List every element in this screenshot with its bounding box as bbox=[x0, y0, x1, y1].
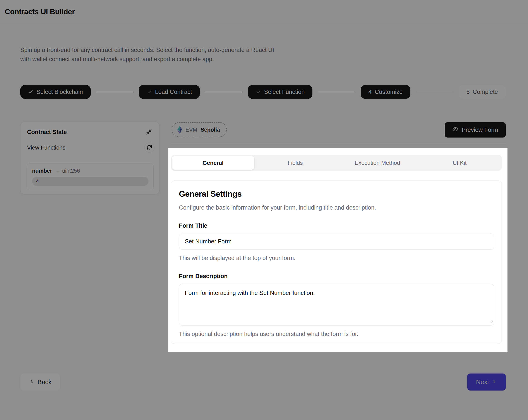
general-settings-card: General Settings Configure the basic inf… bbox=[171, 181, 502, 344]
general-settings-description: Configure the basic information for your… bbox=[179, 204, 494, 211]
customize-tabs: General Fields Execution Method UI Kit bbox=[171, 155, 502, 171]
form-description-label: Form Description bbox=[179, 273, 494, 280]
form-description-textarea[interactable] bbox=[179, 284, 494, 325]
tab-execution-method[interactable]: Execution Method bbox=[336, 156, 419, 170]
general-settings-heading: General Settings bbox=[179, 189, 494, 199]
form-title-label: Form Title bbox=[179, 222, 494, 229]
form-title-input[interactable] bbox=[179, 234, 494, 249]
form-description-wrap bbox=[179, 284, 494, 325]
form-description-help: This optional description helps users un… bbox=[179, 331, 494, 337]
tab-fields[interactable]: Fields bbox=[254, 156, 336, 170]
contracts-ui-builder-page: Contracts UI Builder Spin up a front-end… bbox=[0, 0, 528, 420]
tab-general[interactable]: General bbox=[172, 156, 254, 170]
form-title-help: This will be displayed at the top of you… bbox=[179, 255, 494, 261]
tab-ui-kit[interactable]: UI Kit bbox=[419, 156, 501, 170]
customize-panel: General Fields Execution Method UI Kit G… bbox=[168, 148, 507, 352]
